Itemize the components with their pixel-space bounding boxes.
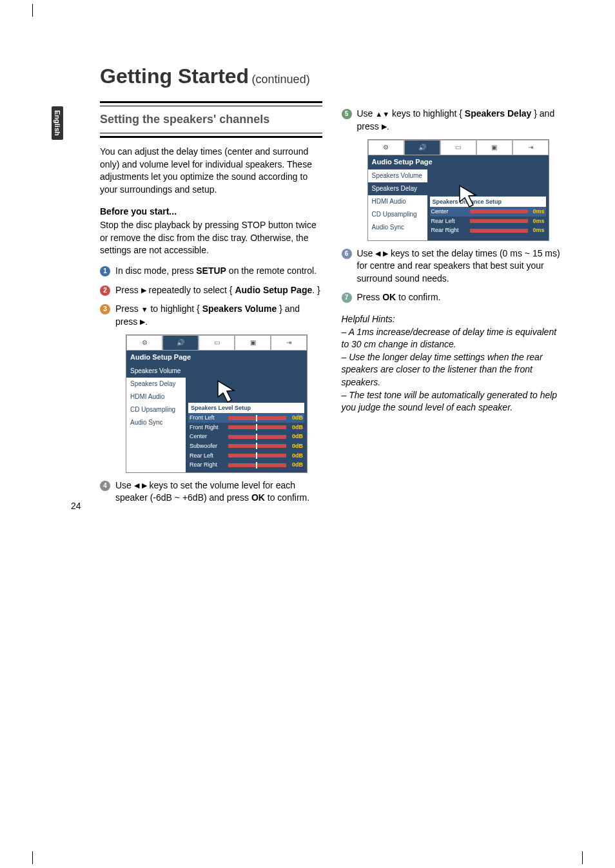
osd-item: HDMI Audio	[126, 391, 186, 403]
osd-tab-general-icon: ⚙	[126, 335, 162, 351]
up-arrow-icon: ▲	[375, 110, 382, 119]
hints-heading: Helpful Hints:	[342, 313, 564, 326]
level-row: Center0dB	[188, 432, 304, 441]
osd-item: CD Upsampling	[126, 403, 186, 416]
page-subtitle: (continued)	[252, 73, 310, 86]
step-number-icon: 2	[100, 285, 110, 296]
right-arrow-icon: ▶	[141, 285, 146, 295]
step-text: In disc mode, press	[115, 265, 196, 276]
step-2: 2 Press ▶ repeatedly to select { Audio S…	[100, 284, 322, 297]
step-text: to confirm.	[265, 492, 309, 503]
osd-tab-exit-icon: ⇥	[512, 140, 549, 155]
page-title-row: Getting Started (continued)	[100, 64, 563, 88]
osd-tab-video-icon: ▭	[440, 140, 476, 155]
osd-speakers-delay: ⚙ 🔊 ▭ ▣ ⇥ Audio Setup Page Speakers Volu…	[367, 139, 549, 240]
step-4: 4 Use ◀ ▶ keys to set the volume level f…	[100, 479, 322, 505]
page-title: Getting Started	[100, 64, 249, 88]
osd-item: Speakers Volume	[126, 365, 186, 378]
osd-tab-pref-icon: ▣	[476, 140, 512, 155]
level-row: Rear Right0dB	[188, 460, 304, 470]
osd-item: HDMI Audio	[368, 195, 427, 208]
rule-bottom	[100, 133, 322, 138]
right-arrow-icon: ▶	[382, 122, 387, 131]
step-text: Press	[115, 304, 141, 314]
osd-tab-video-icon: ▭	[199, 335, 235, 351]
hint-text: – The test tone will be automatically ge…	[342, 389, 564, 414]
level-row: Rear Right0ms	[430, 226, 546, 235]
right-arrow-icon: ▶	[142, 481, 147, 490]
step-7: 7 Press OK to confirm.	[342, 291, 564, 304]
step-strong: OK	[251, 492, 265, 503]
section-heading: Setting the speakers' channels	[100, 111, 322, 128]
osd-item: Speakers Volume	[368, 169, 427, 182]
osd-header: Audio Setup Page	[126, 351, 307, 364]
level-row: Rear Left0ms	[430, 217, 546, 226]
osd-menu: Speakers Volume Speakers Delay HDMI Audi…	[368, 169, 427, 240]
right-arrow-icon: ▶	[383, 249, 388, 258]
step-text: on the remote control.	[226, 265, 317, 276]
manual-page: English Getting Started (continued) Sett…	[0, 0, 615, 550]
step-number-icon: 1	[100, 266, 110, 276]
step-text: Press	[115, 285, 141, 295]
step-text: Use	[357, 248, 376, 258]
step-number-icon: 6	[342, 249, 352, 259]
level-row: Front Left0dB	[188, 413, 304, 423]
step-number-icon: 5	[342, 109, 352, 119]
step-number-icon: 3	[100, 304, 110, 314]
cursor-arrow-icon	[456, 182, 482, 211]
step-6: 6 Use ◀ ▶ keys to set the delay times (0…	[342, 247, 564, 285]
page-number: 24	[71, 501, 81, 511]
osd-item: Audio Sync	[126, 416, 186, 429]
down-arrow-icon: ▼	[382, 110, 389, 119]
osd-panel: Speakers Level Setup Front Left0dB Front…	[186, 365, 307, 472]
step-number-icon: 4	[100, 481, 110, 491]
right-arrow-icon: ▶	[140, 317, 145, 327]
osd-panel: Speakers Distance Setup Center0ms Rear L…	[427, 169, 549, 240]
intro-text: You can adjust the delay times (center a…	[100, 146, 322, 196]
step-strong: Audio Setup Page	[235, 285, 312, 295]
step-strong: OK	[382, 292, 396, 302]
step-text: keys to highlight {	[389, 108, 465, 119]
osd-tab-exit-icon: ⇥	[271, 335, 307, 351]
osd-tab-audio-icon: 🔊	[404, 140, 440, 155]
left-arrow-icon: ◀	[134, 481, 139, 490]
level-row: Subwoofer0dB	[188, 441, 304, 451]
step-text: Press	[357, 292, 383, 302]
osd-tab-audio-icon: 🔊	[162, 335, 199, 351]
left-arrow-icon: ◀	[375, 249, 380, 258]
osd-header: Audio Setup Page	[368, 155, 549, 169]
level-row: Front Right0dB	[188, 423, 304, 432]
left-column: Setting the speakers' channels You can a…	[100, 101, 322, 511]
osd-panel-title: Speakers Level Setup	[188, 403, 304, 414]
before-start-heading: Before you start...	[100, 206, 322, 218]
step-text: to confirm.	[396, 292, 440, 302]
step-text: to highlight {	[148, 304, 202, 314]
down-arrow-icon: ▼	[141, 305, 148, 314]
osd-tab-general-icon: ⚙	[368, 140, 404, 155]
before-start-text: Stop the disc playback by pressing STOP …	[100, 219, 322, 257]
level-row: Rear Left0dB	[188, 451, 304, 461]
language-tab: English	[52, 106, 63, 140]
step-text: repeatedly to select {	[146, 285, 235, 295]
rule-top	[100, 101, 322, 106]
step-strong: SETUP	[196, 265, 226, 276]
osd-tab-bar: ⚙ 🔊 ▭ ▣ ⇥	[126, 335, 307, 351]
step-text: . }	[312, 285, 320, 295]
step-1: 1 In disc mode, press SETUP on the remot…	[100, 265, 322, 278]
osd-speakers-volume: ⚙ 🔊 ▭ ▣ ⇥ Audio Setup Page Speakers Volu…	[126, 334, 308, 473]
hints-block: Helpful Hints: – A 1ms increase/decrease…	[342, 313, 564, 414]
step-strong: Speakers Volume	[202, 304, 277, 314]
cursor-arrow-icon	[215, 378, 240, 406]
step-text: Use	[357, 108, 376, 119]
hint-text: – A 1ms increase/decrease of delay time …	[342, 326, 564, 351]
osd-item: Audio Sync	[368, 221, 427, 234]
osd-menu: Speakers Volume Speakers Delay HDMI Audi…	[126, 365, 186, 472]
hint-text: – Use the longer delay time settings whe…	[342, 351, 564, 389]
step-3: 3 Press ▼ to highlight { Speakers Volume…	[100, 303, 322, 328]
step-text: Use	[115, 480, 134, 490]
level-row: Center0ms	[430, 207, 546, 217]
osd-tab-bar: ⚙ 🔊 ▭ ▣ ⇥	[368, 140, 549, 155]
osd-item: Speakers Delay	[368, 182, 427, 195]
step-number-icon: 7	[342, 293, 352, 303]
step-strong: Speakers Delay	[465, 108, 532, 119]
